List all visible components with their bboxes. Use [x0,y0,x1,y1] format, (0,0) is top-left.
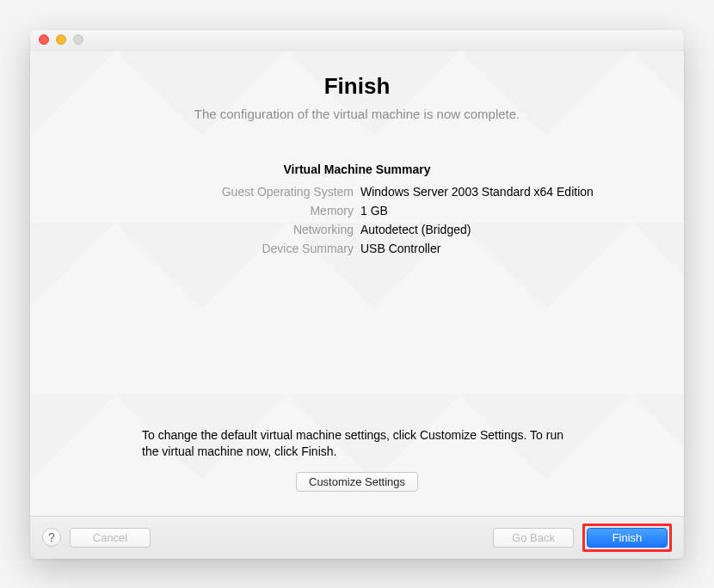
summary-label-os: Guest Operating System [108,185,354,199]
minimize-window-icon[interactable] [56,34,66,45]
page-subtitle: The configuration of the virtual machine… [56,107,658,121]
vm-summary: Virtual Machine Summary Guest Operating … [56,162,658,255]
help-button[interactable]: ? [42,528,61,547]
spacer [56,255,658,427]
summary-value-device: USB Controller [360,242,606,255]
zoom-window-icon [73,34,83,45]
help-icon: ? [48,530,55,544]
titlebar [30,30,684,51]
go-back-button[interactable]: Go Back [493,528,574,548]
summary-value-memory: 1 GB [360,204,606,217]
dialog-window: Finish The configuration of the virtual … [30,30,684,559]
summary-label-memory: Memory [108,204,354,217]
instruction-text: To change the default virtual machine se… [142,427,572,460]
close-window-icon[interactable] [39,34,49,45]
customize-wrap: Customize Settings [56,472,658,492]
dialog-content: Finish The configuration of the virtual … [30,51,684,516]
summary-value-os: Windows Server 2003 Standard x64 Edition [360,185,606,199]
page-title: Finish [56,73,658,100]
summary-label-networking: Networking [108,223,354,236]
dialog-footer: ? Cancel Go Back Finish [30,516,684,559]
finish-button[interactable]: Finish [587,528,668,548]
summary-label-device: Device Summary [108,242,354,255]
vm-summary-grid: Guest Operating System Windows Server 20… [108,185,606,255]
vm-summary-title: Virtual Machine Summary [56,162,658,176]
customize-settings-button[interactable]: Customize Settings [296,472,418,492]
cancel-button[interactable]: Cancel [70,528,151,548]
finish-highlight: Finish [582,524,672,552]
summary-value-networking: Autodetect (Bridged) [360,223,606,236]
